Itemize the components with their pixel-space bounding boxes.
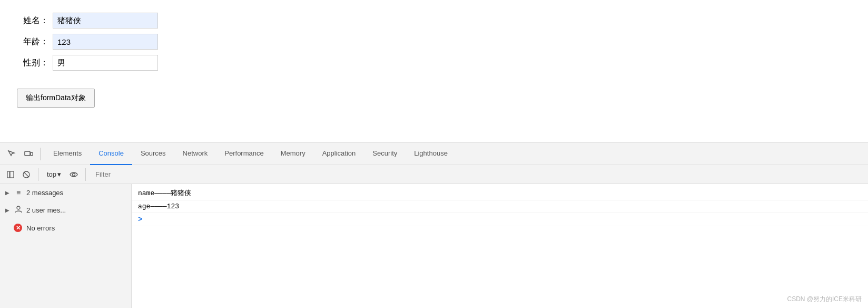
svg-rect-2 (7, 171, 9, 178)
user-arrow: ▶ (5, 207, 11, 213)
messages-icon: ≡ (14, 188, 23, 197)
context-dropdown[interactable]: top ▾ (44, 169, 64, 179)
toolbar-separator (40, 148, 41, 160)
tab-sources[interactable]: Sources (132, 143, 174, 165)
inspect-icon[interactable] (4, 147, 19, 161)
name-label: 姓名： (17, 15, 48, 26)
prompt-icon: > (138, 215, 142, 224)
tab-performance[interactable]: Performance (216, 143, 272, 165)
no-errors-label: No errors (26, 224, 55, 232)
messages-arrow: ▶ (5, 190, 11, 196)
svg-point-7 (17, 206, 20, 209)
user-label: 2 user mes... (26, 206, 66, 214)
tab-network[interactable]: Network (174, 143, 216, 165)
age-label: 年龄： (17, 36, 48, 47)
sidebar-item-user[interactable]: ▶ 2 user mes... (0, 201, 131, 219)
name-input[interactable] (53, 13, 158, 28)
svg-rect-0 (25, 151, 30, 156)
sidebar-item-no-errors[interactable]: ▶ ✕ No errors (0, 219, 131, 236)
console-text-1: name————猪猪侠 (138, 188, 191, 198)
no-errors-icon: ✕ (14, 224, 23, 232)
filter-input[interactable] (91, 168, 864, 180)
console-text-2: age————123 (138, 203, 179, 210)
age-input[interactable] (53, 34, 158, 50)
devtools-panel: Elements Console Sources Network Perform… (0, 142, 868, 308)
console-sidebar-icon[interactable] (4, 168, 17, 181)
tab-lighthouse[interactable]: Lighthouse (406, 143, 456, 165)
console-output: name————猪猪侠 age————123 > (132, 184, 868, 308)
clear-console-icon[interactable] (20, 168, 33, 181)
console-sidebar: ▶ ≡ 2 messages ▶ 2 user mes... ▶ ✕ (0, 184, 132, 308)
age-row: 年龄： (17, 34, 851, 50)
gender-row: 性别： (17, 55, 851, 71)
console-line-1: name————猪猪侠 (132, 186, 868, 200)
console-prompt-line[interactable]: > (132, 213, 868, 226)
user-icon (14, 205, 23, 215)
svg-rect-1 (31, 152, 33, 156)
secondary-separator-2 (85, 168, 86, 181)
devtools-content: ▶ ≡ 2 messages ▶ 2 user mes... ▶ ✕ (0, 184, 868, 308)
watermark: CSDN @努力的ICE米科研 (787, 295, 862, 304)
gender-label: 性别： (17, 57, 48, 69)
secondary-separator (38, 168, 38, 181)
svg-point-6 (73, 173, 75, 176)
messages-label: 2 messages (26, 189, 63, 197)
svg-line-5 (24, 172, 29, 177)
page-content: 姓名： 年龄： 性别： 输出formData对象 (0, 0, 868, 142)
device-toggle-icon[interactable] (21, 147, 36, 161)
tab-application[interactable]: Application (314, 143, 364, 165)
gender-input[interactable] (53, 55, 158, 71)
tab-elements[interactable]: Elements (45, 143, 90, 165)
tab-security[interactable]: Security (364, 143, 406, 165)
tab-console[interactable]: Console (90, 143, 132, 165)
submit-button[interactable]: 输出formData对象 (17, 89, 95, 108)
name-row: 姓名： (17, 13, 851, 28)
tab-memory[interactable]: Memory (272, 143, 314, 165)
devtools-tabbar: Elements Console Sources Network Perform… (0, 143, 868, 165)
sidebar-item-messages[interactable]: ▶ ≡ 2 messages (0, 184, 131, 201)
svg-rect-3 (10, 171, 14, 178)
devtools-tabs: Elements Console Sources Network Perform… (45, 143, 864, 165)
console-line-2: age————123 (132, 200, 868, 213)
devtools-secondary-toolbar: top ▾ (0, 165, 868, 184)
eye-icon[interactable] (67, 168, 80, 181)
